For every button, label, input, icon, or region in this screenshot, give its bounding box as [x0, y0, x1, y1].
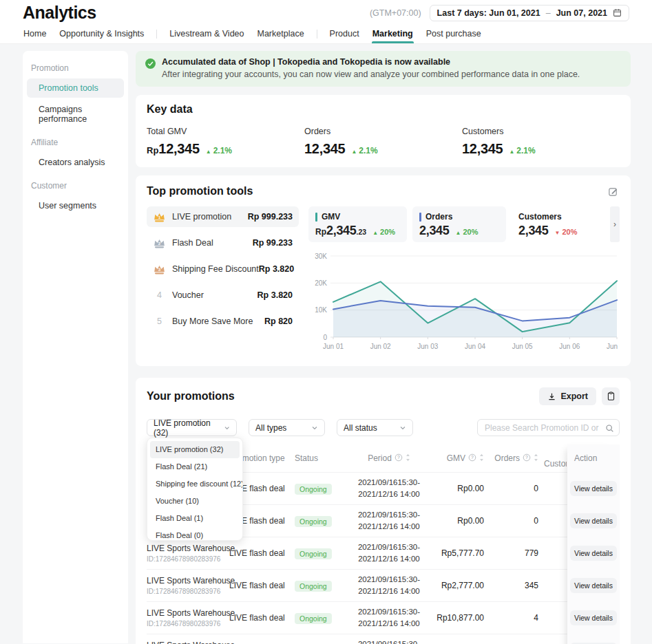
- cell-promotion: LIVE Sports WarehouseID:1728467898028397…: [147, 544, 229, 563]
- date-range-picker[interactable]: Last 7 days: Jun 01, 2021 – Jun 07, 2021: [430, 5, 629, 21]
- tool-row-buy-more-save-more[interactable]: 5Buy More Save MoreRp 820: [147, 311, 299, 332]
- tab-product[interactable]: Product: [329, 24, 360, 43]
- rank-number: 5: [153, 316, 166, 326]
- sidebar-item-creators-analysis[interactable]: Creators analysis: [27, 153, 124, 172]
- type-filter-select[interactable]: All types: [249, 419, 325, 436]
- tab-marketplace[interactable]: Marketplace: [257, 24, 305, 43]
- export-button[interactable]: Export: [539, 387, 596, 405]
- stat-value-row: Rp2,345.23▲20%: [315, 224, 400, 238]
- clipboard-icon: [607, 391, 616, 401]
- metric-change: ▲2.1%: [206, 146, 232, 155]
- sidebar-item-campaigns-performance[interactable]: Campaigns performance: [27, 100, 124, 129]
- tool-name: Shipping Fee Discount: [172, 264, 259, 274]
- stat-label-row: Orders: [419, 212, 499, 222]
- key-data-card: Key data Total GMVRp12,345▲2.1%Orders12,…: [136, 95, 631, 167]
- col-header-orders[interactable]: Orders?: [485, 453, 544, 464]
- tab-opportunity-insights[interactable]: Opportunity & Insights: [59, 24, 145, 43]
- col-header-period[interactable]: Period?: [348, 453, 430, 464]
- stat-card-customers[interactable]: Customers2,345▼20%: [512, 206, 605, 242]
- promotion-tool-select[interactable]: LIVE promotion (32): [147, 419, 237, 436]
- info-icon[interactable]: ?: [395, 453, 403, 464]
- nav-tabs: HomeOpportunity & InsightsLivestream & V…: [23, 24, 629, 43]
- carousel-next-button[interactable]: ›: [610, 206, 620, 242]
- tab-livestream-video[interactable]: Livestream & Video: [169, 24, 244, 43]
- info-icon[interactable]: ?: [468, 453, 476, 464]
- stat-number: 2,345: [326, 224, 357, 238]
- metric-value: 12,345▲2.1%: [462, 141, 620, 157]
- tool-name: Flash Deal: [172, 238, 253, 248]
- tool-row-voucher[interactable]: 4VoucherRp 3.820: [147, 285, 299, 305]
- dropdown-option-flash-deal-1[interactable]: Flash Deal (1): [150, 510, 240, 527]
- trend-chart-container: 010K20K30KJun 01Jun 02Jun 03Jun 04Jun 05…: [308, 248, 620, 359]
- view-details-button[interactable]: View details: [570, 610, 617, 625]
- tab-marketing[interactable]: Marketing: [372, 24, 414, 43]
- tool-gmv-value: Rp 999.233: [248, 212, 293, 222]
- status-badge: Ongoing: [295, 613, 332, 624]
- status-filter-select[interactable]: All status: [337, 419, 413, 436]
- svg-text:Jun 01: Jun 01: [323, 343, 344, 350]
- clipboard-button[interactable]: [602, 387, 620, 405]
- sort-icon[interactable]: [534, 453, 538, 464]
- search-input[interactable]: [477, 419, 620, 436]
- svg-text:2: 2: [158, 241, 161, 246]
- dropdown-option-voucher-10[interactable]: Voucher (10): [150, 493, 240, 510]
- download-icon: [547, 392, 556, 401]
- stat-card-gmv[interactable]: GMVRp2,345.23▲20%: [308, 206, 407, 242]
- dropdown-option-flash-deal-21[interactable]: Flash Deal (21): [150, 458, 240, 475]
- table-row: LIVE Sports WarehouseID:1728467898028397…: [147, 537, 620, 569]
- crown-silver-icon: 2: [153, 237, 166, 249]
- dropdown-option-live-promotion-32[interactable]: LIVE promotion (32): [150, 441, 240, 458]
- svg-text:Jun 06: Jun 06: [559, 343, 580, 350]
- tab-home[interactable]: Home: [23, 24, 47, 43]
- svg-text:Jun 07: Jun 07: [607, 343, 620, 350]
- up-arrow-icon: ▲: [456, 230, 461, 236]
- stat-card-orders[interactable]: Orders2,345▲20%: [412, 206, 506, 242]
- info-icon[interactable]: ?: [523, 453, 531, 464]
- sort-icon[interactable]: [406, 453, 410, 464]
- view-details-button[interactable]: View details: [570, 578, 617, 593]
- chevron-down-icon: [224, 425, 230, 431]
- view-details-button[interactable]: View details: [570, 481, 617, 496]
- sidebar-item-promotion-tools[interactable]: Promotion tools: [27, 78, 124, 98]
- status-badge: Ongoing: [295, 548, 332, 559]
- up-arrow-icon: ▲: [206, 149, 211, 155]
- tool-row-flash-deal[interactable]: 2Flash DealRp 99.233: [147, 233, 299, 253]
- cell-status: Ongoing: [295, 612, 348, 624]
- view-details-button[interactable]: View details: [570, 513, 617, 528]
- status-filter-select-value: All status: [344, 423, 377, 433]
- cell-promotion: LIVE Sports WarehouseID:1728467898028397…: [147, 641, 229, 644]
- col-header-gmv[interactable]: GMV?: [430, 453, 485, 464]
- promotion-name: LIVE Sports Warehouse: [147, 544, 229, 553]
- tool-gmv-value: Rp 99.233: [253, 238, 293, 248]
- sidebar-item-user-segments[interactable]: User segments: [27, 196, 124, 215]
- view-details-button[interactable]: View details: [570, 546, 617, 561]
- tab-post-purchase[interactable]: Post purchase: [425, 24, 482, 43]
- sort-icon[interactable]: [479, 453, 484, 464]
- app-header: Analytics (GTM+07:00) Last 7 days: Jun 0…: [0, 0, 652, 44]
- dropdown-option-flash-deal-0[interactable]: Flash Deal (0): [150, 527, 240, 541]
- cell-action: View details: [567, 537, 620, 569]
- col-header-customers[interactable]: Customers: [544, 448, 567, 469]
- metric-change: ▲2.1%: [509, 146, 535, 155]
- tool-row-live-promotion[interactable]: 1LIVE promotionRp 999.233: [147, 206, 299, 227]
- cell-status: Ongoing: [295, 547, 348, 559]
- dropdown-option-shipping-fee-discount-12[interactable]: Shipping fee discount (12): [150, 475, 240, 493]
- tool-row-shipping-fee-discount[interactable]: 3Shipping Fee DiscountRp 3.820: [147, 259, 299, 279]
- sidebar-group-customer: CustomerUser segments: [27, 178, 124, 215]
- edit-icon[interactable]: [608, 186, 618, 199]
- cell-period: 2021/09/1615:30-2021/12/16 14:00: [348, 606, 430, 629]
- success-check-icon: [145, 58, 156, 80]
- crown-gold-icon: 1: [153, 211, 166, 223]
- timezone-label: (GTM+07:00): [370, 8, 421, 18]
- tool-name: Voucher: [172, 290, 257, 300]
- tab-divider: [156, 30, 157, 39]
- metric-number: 12,345: [158, 141, 199, 157]
- cell-status: Ongoing: [295, 515, 348, 527]
- cell-promotion-type: LIVE flash deal: [229, 613, 295, 623]
- sidebar: PromotionPromotion toolsCampaigns perfor…: [23, 51, 128, 643]
- status-badge: Ongoing: [295, 484, 332, 495]
- svg-text:?: ?: [397, 455, 400, 460]
- currency-prefix: Rp: [147, 145, 158, 155]
- your-promotions-heading: Your promotions: [147, 390, 235, 402]
- cell-promotion: LIVE Sports WarehouseID:1728467898028397…: [147, 608, 229, 627]
